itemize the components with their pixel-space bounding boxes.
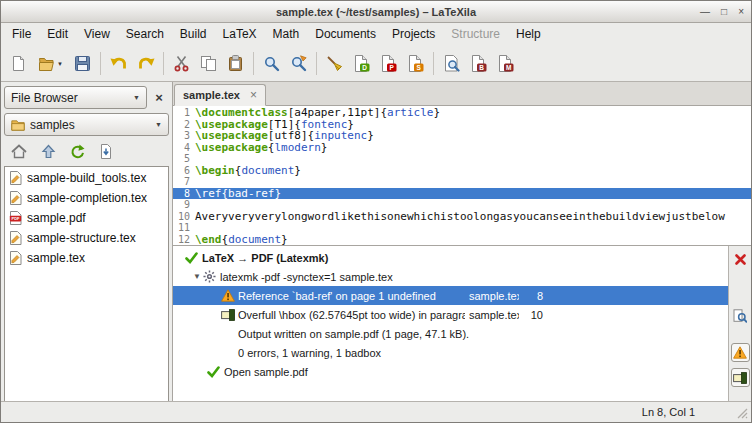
code-segment: document: [228, 233, 281, 246]
menu-help[interactable]: Help: [508, 23, 549, 46]
file-name: sample.pdf: [27, 211, 86, 225]
menu-build[interactable]: Build: [172, 23, 215, 46]
refresh-button[interactable]: [64, 140, 90, 162]
chevron-down-icon: ▼: [133, 94, 140, 101]
editor-line[interactable]: 6\begin{document}: [173, 165, 751, 177]
open-document-button[interactable]: ▼: [32, 50, 69, 77]
build-message: Overfull \hbox (62.57645pt too wide) in …: [238, 309, 468, 321]
directory-selector[interactable]: samples ▼: [4, 113, 169, 136]
file-item[interactable]: sample-structure.tex: [5, 228, 168, 248]
menubar: FileEditViewSearchBuildLaTeXMathDocument…: [1, 23, 751, 46]
search-and-replace-button[interactable]: [285, 50, 312, 77]
svg-text:M: M: [506, 64, 511, 71]
menu-latex[interactable]: LaTeX: [215, 23, 265, 46]
editor-line[interactable]: 12\end{document}: [173, 234, 751, 246]
warnings-button[interactable]: [731, 343, 750, 362]
refresh-icon: [70, 144, 85, 159]
build-row[interactable]: 0 errors, 1 warning, 1 badbox: [173, 343, 728, 362]
line-number: 5: [173, 153, 195, 165]
view-document-icon: [443, 55, 460, 72]
build-row[interactable]: Reference `bad-ref' on page 1 undefineds…: [173, 286, 728, 305]
toolbar-separator: [433, 52, 434, 75]
makeindex-button[interactable]: M: [492, 50, 519, 77]
warning-icon: [221, 289, 238, 302]
editor-line[interactable]: 10Averyveryverylongwordlikethisonewhichi…: [173, 211, 751, 223]
badboxes-button[interactable]: [731, 368, 750, 387]
code-text: \ref{bad-ref}: [195, 188, 751, 200]
undo-button[interactable]: [105, 50, 132, 77]
maximize-button[interactable]: □: [721, 7, 727, 17]
tab-close-icon[interactable]: ×: [250, 88, 257, 102]
build-row[interactable]: Open sample.pdf: [173, 362, 728, 381]
jump-to-document-button[interactable]: [93, 140, 119, 162]
editor[interactable]: 1\documentclass[a4paper,11pt]{article}2\…: [173, 106, 751, 245]
resize-grip[interactable]: [737, 408, 748, 419]
save-button[interactable]: [69, 50, 96, 77]
compile-ps-button[interactable]: S: [402, 50, 429, 77]
paste-button[interactable]: [222, 50, 249, 77]
editor-line[interactable]: 4\usepackage{lmodern}: [173, 142, 751, 154]
tab-sample-tex[interactable]: sample.tex ×: [174, 84, 266, 106]
minimize-button[interactable]: —: [700, 7, 710, 17]
menu-documents[interactable]: Documents: [307, 23, 384, 46]
build-message: Reference `bad-ref' on page 1 undefined: [238, 290, 468, 302]
close-button[interactable]: ×: [738, 7, 744, 17]
code-segment: \usepackage: [195, 141, 268, 154]
svg-text:D: D: [362, 64, 367, 71]
compile-pdf-button[interactable]: P: [375, 50, 402, 77]
file-item[interactable]: PDFsample.pdf: [5, 208, 168, 228]
compile-dvi-button[interactable]: D: [348, 50, 375, 77]
code-segment: }: [281, 233, 288, 246]
file-item[interactable]: sample.tex: [5, 248, 168, 268]
build-row[interactable]: LaTeX → PDF (Latexmk): [173, 248, 728, 267]
clean-icon: [326, 55, 343, 72]
file-item[interactable]: sample-completion.tex: [5, 188, 168, 208]
build-row[interactable]: Output written on sample.pdf (1 page, 47…: [173, 324, 728, 343]
bibtex-button[interactable]: B: [465, 50, 492, 77]
menu-projects[interactable]: Projects: [384, 23, 443, 46]
editor-line[interactable]: 8\ref{bad-ref}: [173, 188, 751, 200]
menu-structure[interactable]: Structure: [443, 23, 508, 46]
menu-math[interactable]: Math: [265, 23, 308, 46]
build-line-number: 10: [519, 309, 543, 321]
new-document-icon: [10, 55, 27, 72]
menu-edit[interactable]: Edit: [39, 23, 76, 46]
redo-button[interactable]: [132, 50, 159, 77]
line-number: 6: [173, 165, 195, 177]
home-button[interactable]: [6, 140, 32, 162]
directory-row: samples ▼: [4, 113, 169, 136]
view-document-button[interactable]: [438, 50, 465, 77]
search-button[interactable]: [258, 50, 285, 77]
line-number: 2: [173, 119, 195, 131]
titlebar[interactable]: sample.tex (~/test/samples) – LaTeXila —…: [1, 1, 751, 23]
new-document-button[interactable]: [5, 50, 32, 77]
build-row[interactable]: ▼latexmk -pdf -synctex=1 sample.tex: [173, 267, 728, 286]
gear-icon: [203, 270, 220, 283]
menu-file[interactable]: File: [4, 23, 39, 46]
code-segment: }: [294, 164, 301, 177]
compile-dvi-icon: D: [353, 55, 370, 72]
tex-file-icon: [9, 171, 22, 185]
line-number: 8: [173, 188, 195, 200]
code-segment: lmodern: [274, 141, 320, 154]
clean-button[interactable]: [321, 50, 348, 77]
code-segment: article: [387, 106, 433, 119]
copy-button[interactable]: [195, 50, 222, 77]
build-message: Output written on sample.pdf (1 page, 47…: [238, 328, 469, 340]
cut-button[interactable]: [168, 50, 195, 77]
badbox-icon: [733, 372, 747, 384]
build-row[interactable]: Overfull \hbox (62.57645pt too wide) in …: [173, 305, 728, 324]
file-browser-toolbar: [6, 140, 169, 162]
menu-search[interactable]: Search: [118, 23, 172, 46]
view-details-button[interactable]: [731, 306, 750, 325]
window-title: sample.tex (~/test/samples) – LaTeXila: [1, 6, 751, 18]
close-side-panel-button[interactable]: ×: [149, 88, 169, 108]
menu-view[interactable]: View: [76, 23, 118, 46]
side-panel-header: File Browser ▼ ×: [4, 86, 169, 109]
parent-directory-button[interactable]: [35, 140, 61, 162]
side-panel-selector[interactable]: File Browser ▼: [4, 86, 147, 109]
close-button[interactable]: [731, 250, 750, 269]
folder-icon: [11, 119, 25, 131]
expander-icon[interactable]: ▼: [191, 272, 203, 281]
file-item[interactable]: sample-build_tools.tex: [5, 168, 168, 188]
